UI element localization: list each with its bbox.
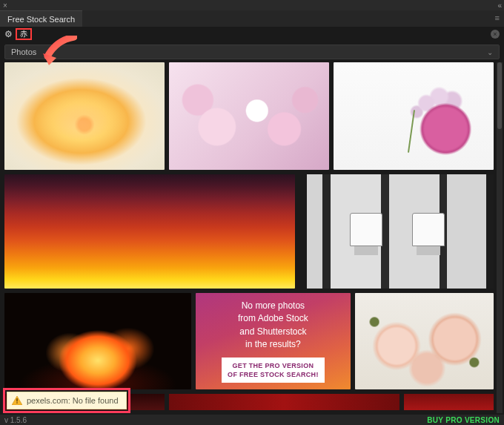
gear-icon[interactable]: ⚙ [4,29,13,39]
window-topbar: × « [0,0,504,10]
promo-line: No more photos [242,300,305,312]
tab-free-stock-search[interactable]: Free Stock Search [0,10,82,27]
tab-bar: Free Stock Search ≡ [0,10,504,27]
notification-highlight: pexels.com: No file found [3,388,130,413]
dropdown-selected: Photos [11,47,36,56]
search-input-highlight: 赤 [16,28,32,40]
toolbar: ⚙ 赤 × [0,27,504,42]
thumbnail[interactable] [334,62,494,170]
version-label: v 1.5.6 [4,416,27,424]
notification-text: pexels.com: No file found [27,396,119,405]
vertical-scrollbar[interactable] [497,62,503,413]
warning-icon [12,396,22,405]
scrollbar-thumb[interactable] [497,62,502,129]
promo-cta-button[interactable]: GET THE PRO VERSION OF FREE STOCK SEARCH… [222,358,325,383]
svg-rect-1 [16,402,17,403]
notification-toast[interactable]: pexels.com: No file found [7,392,127,409]
thumbnail[interactable] [299,174,494,289]
thumbnail[interactable] [169,62,329,170]
status-bar: v 1.5.6 BUY PRO VERSION [0,415,504,425]
svg-rect-0 [16,398,17,401]
promo-line: from Adobe Stock [238,312,308,325]
tab-label: Free Stock Search [7,15,75,24]
thumbnail[interactable] [169,394,399,410]
expand-icon[interactable]: « [497,1,501,10]
thumbnail[interactable] [4,62,165,170]
clear-search-icon[interactable]: × [491,30,500,39]
promo-cta-line: OF FREE STOCK SEARCH! [228,370,319,379]
promo-cta-line: GET THE PRO VERSION [228,361,319,370]
close-icon[interactable]: × [3,1,7,10]
category-dropdown[interactable]: Photos ⌄ [4,45,500,59]
promo-card[interactable]: No more photos from Adobe Stock and Shut… [196,293,351,389]
panel-menu-icon[interactable]: ≡ [491,10,504,27]
results-gallery: No more photos from Adobe Stock and Shut… [4,62,494,413]
promo-line: and Shutterstock [239,326,306,338]
thumbnail[interactable] [355,293,494,389]
thumbnail[interactable] [4,293,191,389]
thumbnail[interactable] [4,174,295,289]
search-input[interactable]: 赤 [20,29,27,39]
thumbnail[interactable] [404,394,494,410]
promo-line: in the results? [245,338,301,351]
buy-pro-link[interactable]: BUY PRO VERSION [427,416,500,424]
chevron-down-icon: ⌄ [487,48,493,56]
